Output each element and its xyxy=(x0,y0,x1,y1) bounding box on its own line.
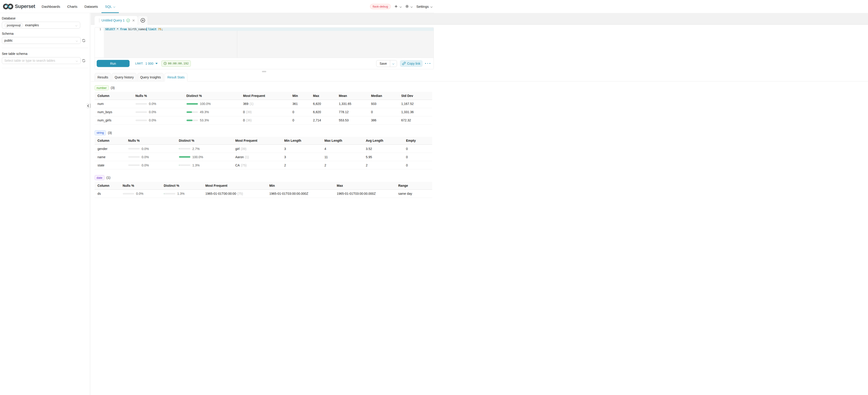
section-gap xyxy=(95,125,434,130)
column-header: Empty xyxy=(403,137,432,145)
new-query-tab-button[interactable] xyxy=(138,16,147,25)
percent-label: 100.0% xyxy=(200,102,211,105)
frequent-count: (36) xyxy=(246,118,252,122)
progress-bar xyxy=(164,193,175,194)
value-cell: name xyxy=(95,153,125,161)
progress-cell: 100.0% xyxy=(186,102,239,105)
panel-splitter-handle[interactable] xyxy=(262,71,266,72)
copy-link-button[interactable]: Copy link xyxy=(400,60,423,67)
table-cell: 0.0% xyxy=(132,108,184,116)
nav-item-datasets[interactable]: Datasets xyxy=(81,0,101,13)
value-cell: 4 xyxy=(321,145,363,153)
sidebar-splitter-handle[interactable] xyxy=(90,103,91,108)
nav-item-sql[interactable]: SQL xyxy=(101,0,119,13)
navbar-right: flask-debug Settings xyxy=(370,4,434,9)
value-cell: 1,167.52 xyxy=(398,100,432,108)
progress-bar xyxy=(135,103,147,105)
progress-bar xyxy=(135,120,147,121)
table-row: num0.0%100.0%369(1)3616,8201,331.659331,… xyxy=(95,100,432,108)
superset-logo[interactable]: Superset xyxy=(0,3,35,10)
sun-icon xyxy=(405,5,409,8)
schema-select[interactable]: public xyxy=(2,37,81,44)
result-tab-results[interactable]: Results xyxy=(95,73,111,81)
column-header: Min xyxy=(289,92,310,100)
value-cell: same day xyxy=(395,189,432,198)
table-cell: 100.0% xyxy=(184,100,240,108)
frequent-count: (1) xyxy=(245,155,249,159)
refresh-schemas-icon[interactable] xyxy=(82,39,86,42)
drag-handle-icon[interactable] xyxy=(99,18,100,22)
table-row: ds0.0%1.3%1965-01-01T00:00:00(75)1965-01… xyxy=(95,189,432,198)
result-tab-query-history[interactable]: Query history xyxy=(112,73,136,81)
query-tab[interactable]: Untitled Query 1 xyxy=(95,16,137,25)
frequent-count: (75) xyxy=(241,163,247,167)
settings-menu[interactable]: Settings xyxy=(416,5,433,8)
value-cell: 2 xyxy=(363,161,403,170)
sql-token: SELECT xyxy=(105,28,115,31)
sql-token xyxy=(157,28,158,31)
stats-section-number: number(3)ColumnNulls %Distinct %Most Fre… xyxy=(95,85,434,125)
run-button[interactable]: Run xyxy=(97,60,130,67)
column-header: Std Dev xyxy=(398,92,432,100)
close-tab-icon[interactable] xyxy=(132,19,135,22)
theme-menu[interactable] xyxy=(405,5,413,8)
database-type-tag: postgresql xyxy=(4,23,23,27)
type-badge-date: date xyxy=(95,175,104,180)
ace-editor[interactable]: 1 SELECT * from birth_names limit 75; xyxy=(95,27,434,58)
value-cell: 1,331.65 xyxy=(336,100,368,108)
column-header: Column xyxy=(95,182,120,189)
editor-toolbar: Run LIMIT: 1 000 00:00:00.192 Save xyxy=(95,58,434,69)
database-select[interactable]: postgresql examples xyxy=(2,22,80,29)
result-tab-query-insights[interactable]: Query Insights xyxy=(137,73,164,81)
value-cell: 672.32 xyxy=(398,116,432,124)
table-cell: 0.0% xyxy=(125,153,176,161)
nav-item-charts[interactable]: Charts xyxy=(64,0,81,13)
nav-item-dashboards[interactable]: Dashboards xyxy=(38,0,64,13)
progress-bar xyxy=(186,111,198,113)
progress-cell: 100.0% xyxy=(179,155,231,159)
column-header: Max xyxy=(310,92,336,100)
new-item-menu[interactable] xyxy=(395,5,402,8)
value-cell: 3 xyxy=(281,145,321,153)
save-button[interactable]: Save xyxy=(376,60,390,67)
refresh-tables-icon[interactable] xyxy=(82,59,86,62)
progress-bar xyxy=(123,193,134,194)
editor-background xyxy=(104,31,434,58)
result-tab-result-stats[interactable]: Result Stats xyxy=(164,73,187,81)
field-row: public xyxy=(2,37,88,44)
progress-cell: 0.0% xyxy=(128,155,175,159)
chevron-down-icon xyxy=(76,39,78,41)
progress-bar xyxy=(186,120,198,121)
column-count: (3) xyxy=(111,86,115,90)
column-header: Most Frequent xyxy=(203,182,267,189)
column-count: (3) xyxy=(108,131,112,134)
frequent-value: Aaron xyxy=(236,155,244,159)
value-cell: 361 xyxy=(289,100,310,108)
table-cell: 1.3% xyxy=(161,189,203,198)
table-row: gender0.0%2.7%girl(39)343.520 xyxy=(95,145,432,153)
table-cell: girl(39) xyxy=(232,145,281,153)
value-cell: 778.12 xyxy=(336,108,368,116)
column-header: Nulls % xyxy=(132,92,184,100)
type-badge-string: string xyxy=(95,130,106,135)
value-cell: 1965-01-01T03:00:00.000Z xyxy=(267,189,334,198)
timer-value: 00:00:00.192 xyxy=(168,62,189,65)
type-badge-number: number xyxy=(95,85,109,90)
progress-cell: 0.0% xyxy=(128,163,175,167)
percent-label: 0.0% xyxy=(149,118,156,122)
more-actions-button[interactable] xyxy=(425,63,430,64)
chevron-down-icon xyxy=(393,62,395,64)
table-cell: Aaron(1) xyxy=(232,153,281,161)
column-header: Min xyxy=(267,182,334,189)
percent-label: 100.0% xyxy=(192,155,203,159)
value-cell: 3 xyxy=(281,153,321,161)
value-cell: state xyxy=(95,161,125,170)
table-select[interactable]: Select table or type to search tables xyxy=(2,57,81,64)
collapse-sidebar-button[interactable] xyxy=(87,103,90,109)
save-options-button[interactable] xyxy=(390,60,397,67)
limit-dropdown[interactable]: LIMIT: 1 000 xyxy=(135,62,158,65)
chevron-down-icon xyxy=(431,5,433,7)
value-cell: 2 xyxy=(321,161,363,170)
frequent-value: 0 xyxy=(243,110,245,114)
progress-cell: 49.3% xyxy=(186,110,239,114)
